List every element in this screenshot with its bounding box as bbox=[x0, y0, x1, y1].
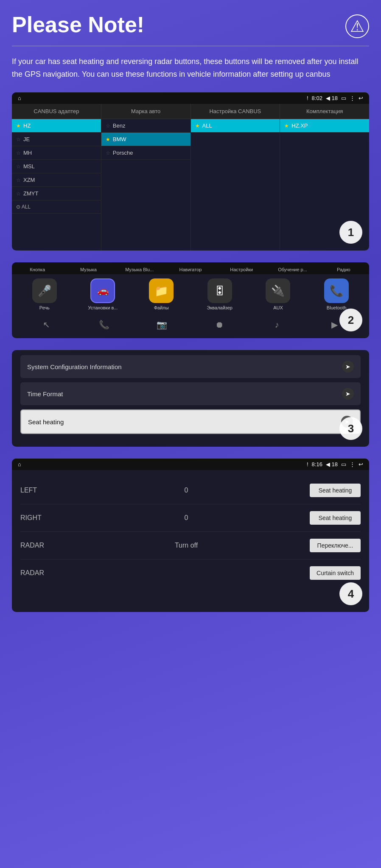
seat-row-label: RADAR bbox=[20, 542, 63, 549]
app-aux[interactable]: 🔌 AUX bbox=[263, 278, 293, 310]
config-arrow-icon: ➤ bbox=[342, 388, 354, 400]
list-item[interactable]: ☆ MSL bbox=[12, 160, 101, 173]
radar-btn-1[interactable]: Переключе... bbox=[310, 539, 361, 552]
battery-icon: ▭ bbox=[341, 461, 346, 467]
speech-icon: 🎤 bbox=[32, 278, 57, 303]
app-equalizer[interactable]: 🎛 Эквалайзер bbox=[205, 278, 235, 310]
files-icon: 📁 bbox=[149, 278, 174, 303]
app-grid: 🎤 Речь 🚗 Установки в... 📁 Файлы 🎛 Эквала… bbox=[12, 274, 369, 314]
panel-config: System Configuration Information ➤ Time … bbox=[12, 350, 369, 447]
panel-apps: Кнопка Музыка Музыка Blu... Навигатор На… bbox=[12, 262, 369, 338]
tab-canbus-adapter[interactable]: CANBUS адаптер bbox=[12, 104, 101, 119]
step-badge-2: 2 bbox=[339, 309, 362, 331]
app-settings[interactable]: 🚗 Установки в... bbox=[88, 278, 118, 310]
app-tab-music-blu[interactable]: Музыка Blu... bbox=[114, 265, 165, 274]
eq-icon: 🎛 bbox=[207, 278, 232, 303]
nav-camera-icon[interactable]: 📷 bbox=[149, 317, 174, 332]
table-row: LEFT 0 Seat heating bbox=[20, 477, 361, 504]
curtain-switch-btn[interactable]: Curtain switch bbox=[310, 566, 361, 580]
seat-table: LEFT 0 Seat heating RIGHT 0 Seat heating… bbox=[12, 470, 369, 612]
table-row: RADAR Turn off Переключе... bbox=[20, 532, 361, 559]
tab-configuration[interactable]: Комплектация bbox=[280, 104, 369, 119]
seat-row-label: RADAR bbox=[20, 569, 63, 577]
config-label: System Configuration Information bbox=[27, 363, 122, 370]
list-item[interactable]: ★ BMW bbox=[101, 133, 190, 146]
config-label: Time Format bbox=[27, 390, 63, 398]
seat-row-label: RIGHT bbox=[20, 514, 63, 522]
app-tab-button[interactable]: Кнопка bbox=[12, 265, 63, 274]
app-tab-settings[interactable]: Настройки bbox=[216, 265, 267, 274]
list-item[interactable]: ☆ Benz bbox=[101, 119, 190, 133]
status-bar-1: ⌂ ! 8:02 ◀ 18 ▭ ⋮ ↩ bbox=[12, 92, 369, 104]
app-label: AUX bbox=[273, 305, 283, 310]
panel-seat-heating: ⌂ ! 8:16 ◀ 18 ▭ ⋮ ↩ LEFT 0 Seat heating … bbox=[12, 459, 369, 612]
config-row-time[interactable]: Time Format ➤ bbox=[20, 382, 361, 405]
page-title: Please Note! bbox=[12, 13, 144, 37]
list-item[interactable]: ⊙ ALL bbox=[12, 200, 101, 214]
app-speech[interactable]: 🎤 Речь bbox=[30, 278, 59, 310]
nav-music-icon[interactable]: ♪ bbox=[264, 317, 289, 332]
app-label: Речь bbox=[39, 305, 50, 310]
app-tabs: Кнопка Музыка Музыка Blu... Навигатор На… bbox=[12, 262, 369, 274]
table-row: RIGHT 0 Seat heating bbox=[20, 504, 361, 532]
header: Please Note! ⚠ bbox=[12, 13, 369, 38]
config-label: Seat heating bbox=[28, 418, 64, 426]
step-badge-4: 4 bbox=[339, 582, 362, 605]
app-bluetooth[interactable]: 📞 Bluetooth bbox=[322, 278, 351, 310]
canbus-body: ★ HZ ☆ JE ☆ MH ☆ MSL ☆ XZM ☆ ZMYT ⊙ ALL … bbox=[12, 119, 369, 250]
app-tab-navigator[interactable]: Навигатор bbox=[165, 265, 216, 274]
step-badge-1: 1 bbox=[339, 221, 362, 244]
divider bbox=[12, 46, 369, 46]
page-container: Please Note! ⚠ If your car has seat heat… bbox=[12, 13, 369, 612]
home-icon[interactable]: ⌂ bbox=[18, 461, 21, 467]
bluetooth-icon: 📞 bbox=[324, 278, 349, 303]
canbus-col-2: ☆ Benz ★ BMW ☆ Porsche bbox=[101, 119, 191, 250]
time-display: 8:02 bbox=[312, 95, 322, 101]
app-files[interactable]: 📁 Файлы bbox=[146, 278, 176, 310]
step-badge-3: 3 bbox=[339, 417, 362, 440]
aux-icon: 🔌 bbox=[266, 278, 290, 303]
app-label: Файлы bbox=[154, 305, 169, 310]
list-item[interactable]: ☆ ZMYT bbox=[12, 187, 101, 200]
config-row-system[interactable]: System Configuration Information ➤ bbox=[20, 355, 361, 378]
nav-phone-icon[interactable]: 📞 bbox=[92, 317, 116, 332]
nav-circle-icon[interactable]: ⏺ bbox=[207, 317, 232, 332]
back-icon[interactable]: ↩ bbox=[359, 95, 363, 101]
tab-car-brand[interactable]: Марка авто bbox=[101, 104, 191, 119]
list-item[interactable]: ★ HZ.XP bbox=[280, 119, 369, 133]
tab-canbus-settings[interactable]: Настройка CANBUS bbox=[191, 104, 280, 119]
nav-arrow-icon[interactable]: ↖ bbox=[34, 317, 59, 332]
seat-row-value: Turn off bbox=[174, 542, 199, 549]
app-tab-radio[interactable]: Радио bbox=[318, 265, 369, 274]
battery-icon: ▭ bbox=[341, 95, 346, 101]
app-label: Эквалайзер bbox=[207, 305, 233, 310]
list-item[interactable]: ☆ XZM bbox=[12, 173, 101, 187]
time-display: 8:16 bbox=[312, 461, 322, 467]
table-row: RADAR Curtain switch bbox=[20, 559, 361, 587]
menu-icon[interactable]: ⋮ bbox=[350, 95, 355, 101]
status-bar-4: ⌂ ! 8:16 ◀ 18 ▭ ⋮ ↩ bbox=[12, 459, 369, 470]
seat-heating-btn-right[interactable]: Seat heating bbox=[310, 511, 361, 525]
menu-icon[interactable]: ⋮ bbox=[350, 461, 355, 467]
list-item[interactable]: ☆ JE bbox=[12, 133, 101, 146]
app-label: Bluetooth bbox=[327, 305, 346, 310]
seat-heating-btn-left[interactable]: Seat heating bbox=[310, 484, 361, 497]
app-tab-learn[interactable]: Обучение р... bbox=[267, 265, 318, 274]
volume-icon: ◀ 18 bbox=[326, 461, 338, 467]
home-icon[interactable]: ⌂ bbox=[18, 95, 21, 101]
list-item[interactable]: ★ HZ bbox=[12, 119, 101, 133]
warning-icon: ⚠ bbox=[345, 14, 369, 38]
list-item[interactable]: ☆ Porsche bbox=[101, 146, 190, 160]
canbus-col-1: ★ HZ ☆ JE ☆ MH ☆ MSL ☆ XZM ☆ ZMYT ⊙ ALL bbox=[12, 119, 101, 250]
note-text: If your car has seat heating and reversi… bbox=[12, 56, 369, 81]
volume-icon: ◀ 18 bbox=[326, 95, 338, 101]
config-row-seat[interactable]: Seat heating ➤ bbox=[20, 409, 361, 434]
back-icon[interactable]: ↩ bbox=[359, 461, 363, 467]
panel-canbus: ⌂ ! 8:02 ◀ 18 ▭ ⋮ ↩ CANBUS адаптер Марка… bbox=[12, 92, 369, 250]
list-item[interactable]: ★ ALL bbox=[191, 119, 280, 133]
app-tab-music[interactable]: Музыка bbox=[63, 265, 114, 274]
config-arrow-icon: ➤ bbox=[342, 361, 354, 373]
seat-row-value: 0 bbox=[174, 514, 199, 522]
app-nav-row: ↖ 📞 📷 ⏺ ♪ ▶ bbox=[12, 314, 369, 334]
list-item[interactable]: ☆ MH bbox=[12, 146, 101, 160]
